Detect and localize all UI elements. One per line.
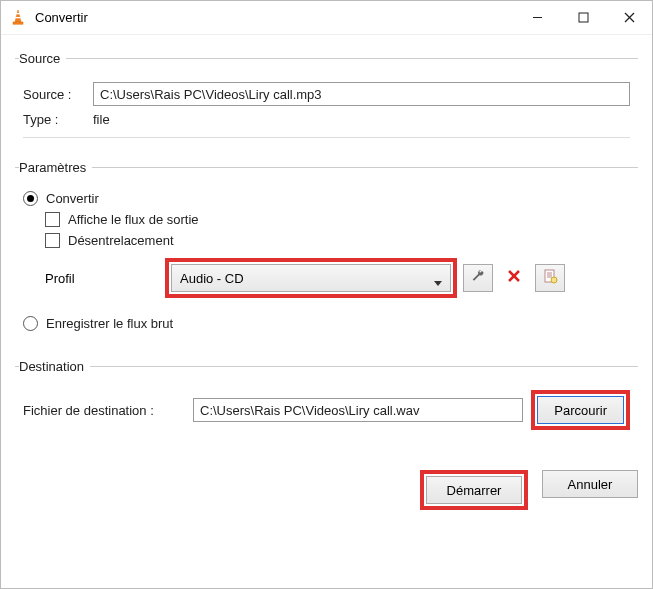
browse-button[interactable]: Parcourir xyxy=(537,396,624,424)
svg-marker-0 xyxy=(15,10,21,22)
divider xyxy=(23,137,630,138)
vlc-cone-icon xyxy=(9,9,27,27)
svg-rect-5 xyxy=(579,13,588,22)
titlebar: Convertir xyxy=(1,1,652,35)
highlight-start: Démarrer xyxy=(420,470,528,510)
dialog-footer: Démarrer Annuler xyxy=(1,470,652,520)
maximize-button[interactable] xyxy=(560,1,606,34)
svg-rect-2 xyxy=(15,17,20,18)
convert-radio[interactable] xyxy=(23,191,38,206)
destination-group: Destination Fichier de destination : Par… xyxy=(15,359,638,444)
convert-radio-label: Convertir xyxy=(46,191,99,206)
cancel-button[interactable]: Annuler xyxy=(542,470,638,498)
show-output-row[interactable]: Affiche le flux de sortie xyxy=(45,212,630,227)
source-label: Source : xyxy=(23,87,93,102)
deinterlace-checkbox[interactable] xyxy=(45,233,60,248)
profile-select-value: Audio - CD xyxy=(180,271,244,286)
show-output-label: Affiche le flux de sortie xyxy=(68,212,199,227)
wrench-icon xyxy=(470,268,486,288)
destination-file-label: Fichier de destination : xyxy=(23,403,193,418)
deinterlace-label: Désentrelacement xyxy=(68,233,174,248)
svg-point-15 xyxy=(551,277,557,283)
new-document-icon xyxy=(542,268,558,288)
delete-x-icon xyxy=(507,269,521,287)
minimize-button[interactable] xyxy=(514,1,560,34)
edit-profile-button[interactable] xyxy=(463,264,493,292)
window-title: Convertir xyxy=(35,10,514,25)
profile-select[interactable]: Audio - CD xyxy=(171,264,451,292)
save-raw-radio[interactable] xyxy=(23,316,38,331)
browse-button-label: Parcourir xyxy=(554,403,607,418)
highlight-profile: Audio - CD xyxy=(165,258,457,298)
source-legend: Source xyxy=(19,51,66,66)
dialog-content: Source Source : Type : file Paramètres C… xyxy=(1,35,652,470)
save-raw-radio-row[interactable]: Enregistrer le flux brut xyxy=(23,316,630,331)
window-controls xyxy=(514,1,652,34)
svg-rect-3 xyxy=(13,22,23,24)
deinterlace-row[interactable]: Désentrelacement xyxy=(45,233,630,248)
highlight-browse: Parcourir xyxy=(531,390,630,430)
source-input[interactable] xyxy=(93,82,630,106)
close-button[interactable] xyxy=(606,1,652,34)
delete-profile-button[interactable] xyxy=(499,264,529,292)
destination-file-input[interactable] xyxy=(193,398,523,422)
convert-radio-row[interactable]: Convertir xyxy=(23,191,630,206)
parameters-group: Paramètres Convertir Affiche le flux de … xyxy=(15,160,638,345)
start-button[interactable]: Démarrer xyxy=(426,476,522,504)
destination-legend: Destination xyxy=(19,359,90,374)
show-output-checkbox[interactable] xyxy=(45,212,60,227)
chevron-down-icon xyxy=(434,275,442,290)
svg-marker-8 xyxy=(434,281,442,286)
convert-dialog: Convertir Source Source : Type : file Pa… xyxy=(0,0,653,589)
cancel-button-label: Annuler xyxy=(568,477,613,492)
new-profile-button[interactable] xyxy=(535,264,565,292)
parameters-legend: Paramètres xyxy=(19,160,92,175)
profile-label: Profil xyxy=(45,271,165,286)
save-raw-label: Enregistrer le flux brut xyxy=(46,316,173,331)
source-group: Source Source : Type : file xyxy=(15,51,638,146)
type-value: file xyxy=(93,112,110,127)
svg-rect-1 xyxy=(16,13,20,14)
type-label: Type : xyxy=(23,112,93,127)
start-button-label: Démarrer xyxy=(447,483,502,498)
